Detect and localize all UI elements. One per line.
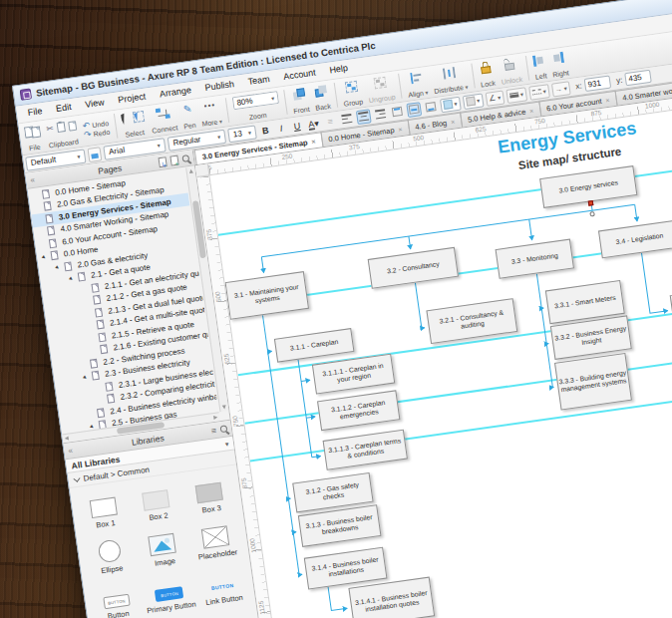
add-child-page-icon[interactable] bbox=[158, 156, 167, 167]
widget-placeholder[interactable]: Placeholder bbox=[186, 512, 246, 565]
bullet-list-button[interactable]: ≡ bbox=[323, 114, 338, 130]
distribute-button[interactable]: Distribute bbox=[428, 62, 472, 96]
line-style-dropdown[interactable] bbox=[528, 84, 550, 101]
page-icon bbox=[93, 295, 101, 305]
font-color-button[interactable]: A▾ bbox=[305, 116, 321, 132]
chevron-down-icon bbox=[73, 474, 80, 481]
expand-triangle-icon[interactable]: ▸ bbox=[39, 251, 50, 262]
front-icon bbox=[292, 88, 305, 101]
send-to-back-button[interactable]: Back bbox=[309, 82, 334, 114]
widget-box2[interactable]: Box 2 bbox=[127, 474, 186, 527]
valign-top-icon bbox=[391, 107, 402, 117]
line-color-dropdown[interactable]: ∠ bbox=[485, 90, 504, 106]
expand-triangle-icon[interactable]: ▸ bbox=[66, 273, 77, 284]
font-size-select[interactable]: 13 bbox=[227, 125, 257, 143]
widget-primary-button[interactable]: BUTTONPrimary Button bbox=[140, 565, 199, 618]
italic-button[interactable]: I bbox=[274, 120, 289, 136]
align-text-right-button[interactable] bbox=[372, 107, 388, 123]
add-page-icon[interactable] bbox=[169, 154, 178, 165]
selection-handle[interactable] bbox=[588, 200, 594, 206]
box3-icon bbox=[195, 482, 223, 503]
search-pages-icon[interactable] bbox=[181, 154, 189, 161]
format-painter-icon[interactable] bbox=[87, 147, 102, 162]
fill-color-dropdown[interactable] bbox=[440, 96, 462, 113]
bold-button[interactable]: B bbox=[258, 123, 273, 139]
search-libraries-icon[interactable] bbox=[219, 425, 227, 433]
more-dots-icon: ••• bbox=[203, 103, 215, 111]
link-button-icon: BUTTON bbox=[210, 579, 234, 594]
align-text-center-button[interactable] bbox=[355, 109, 371, 125]
connect-tool-button[interactable]: Connect bbox=[146, 103, 181, 136]
undo-redo-group: ↶Undo ↷Redo bbox=[79, 113, 115, 146]
redo-icon: ↷ bbox=[84, 130, 93, 139]
fill-swatch-icon bbox=[443, 100, 453, 110]
widget-button[interactable]: BUTTONButton bbox=[87, 573, 147, 618]
align-icon bbox=[410, 72, 422, 84]
valign-middle-button[interactable] bbox=[406, 102, 422, 118]
page-icon bbox=[95, 307, 103, 317]
widget-ellipse[interactable]: Ellipse bbox=[80, 527, 140, 580]
open-file-icon bbox=[31, 127, 41, 139]
widget-box1[interactable]: Box 1 bbox=[74, 482, 134, 535]
page-icon bbox=[42, 189, 50, 199]
close-icon[interactable]: × bbox=[398, 125, 403, 133]
align-center-icon bbox=[358, 112, 369, 122]
page-icon bbox=[78, 272, 86, 282]
close-icon[interactable]: × bbox=[311, 138, 316, 146]
close-icon[interactable]: × bbox=[529, 107, 534, 115]
page-icon bbox=[44, 201, 52, 211]
clipboard-button[interactable]: ✂ Clipboard bbox=[42, 117, 82, 151]
line-width-icon bbox=[509, 92, 519, 98]
arrow-style-dropdown[interactable]: → bbox=[551, 81, 571, 97]
underline-button[interactable]: U bbox=[289, 118, 304, 134]
y-position-input[interactable] bbox=[625, 70, 653, 86]
valign-top-button[interactable] bbox=[389, 104, 405, 120]
image-icon bbox=[149, 533, 177, 556]
axure-window: Sitemap - BG Business - Axure RP 8 Team … bbox=[12, 0, 672, 618]
ungroup-button[interactable]: Ungroup bbox=[363, 72, 400, 105]
expand-triangle-icon[interactable]: ▸ bbox=[80, 372, 91, 383]
close-icon[interactable]: × bbox=[451, 118, 456, 126]
pages-tree: 0.0 Home - Sitemap 2.0 Gas & Electricity… bbox=[28, 168, 219, 435]
libraries-menu-icon[interactable]: ≡ bbox=[210, 425, 217, 436]
font-color-icon: A bbox=[308, 119, 315, 130]
group-button[interactable]: Group bbox=[337, 77, 366, 109]
close-icon[interactable]: × bbox=[605, 96, 610, 104]
left-edge-icon bbox=[532, 54, 544, 66]
valign-bottom-button[interactable] bbox=[423, 99, 439, 115]
primary-button-icon: BUTTON bbox=[155, 586, 183, 602]
redo-button[interactable]: ↷Redo bbox=[84, 128, 111, 140]
opacity-dropdown[interactable] bbox=[462, 93, 484, 110]
page-icon bbox=[107, 394, 115, 404]
page-icon bbox=[100, 345, 108, 355]
sitemap-node-3-3-3[interactable]: 3.3.3 - Building energy management syste… bbox=[554, 353, 632, 411]
expand-triangle-icon[interactable]: ▸ bbox=[52, 262, 63, 273]
widget-image[interactable]: Image bbox=[134, 520, 193, 573]
page-icon bbox=[91, 283, 99, 293]
page-icon bbox=[98, 332, 106, 342]
x-position-input[interactable] bbox=[584, 75, 612, 91]
page-icon bbox=[97, 320, 105, 330]
valign-bottom-icon bbox=[425, 102, 436, 112]
page-icon bbox=[64, 261, 72, 271]
page-icon bbox=[45, 213, 53, 223]
align-button[interactable]: Align bbox=[402, 68, 432, 100]
select-tool-button[interactable]: Select bbox=[117, 108, 150, 141]
more-tools-button[interactable]: ••• More bbox=[195, 97, 225, 129]
paste-icon bbox=[56, 122, 65, 133]
line-angle-icon: ∠ bbox=[488, 94, 496, 104]
line-width-dropdown[interactable] bbox=[505, 87, 527, 104]
unlock-icon bbox=[504, 58, 515, 71]
arrow-style-icon: → bbox=[554, 85, 562, 93]
align-text-left-button[interactable] bbox=[339, 111, 355, 127]
right-edge-icon bbox=[552, 51, 564, 63]
unlock-button[interactable]: Unlock bbox=[495, 54, 525, 87]
align-right-edge-button[interactable]: Right bbox=[546, 48, 572, 80]
widget-link-button[interactable]: BUTTONLink Button bbox=[192, 558, 252, 611]
wood-desk: Sitemap - BG Business - Axure RP 8 Team … bbox=[0, 0, 672, 618]
zoom-select[interactable]: 80% bbox=[232, 91, 279, 110]
design-canvas[interactable]: Energy Services Site map/ structure 3.0 … bbox=[209, 86, 672, 618]
widget-box3[interactable]: Box 3 bbox=[179, 467, 239, 520]
page-icon bbox=[47, 226, 55, 236]
page-icon bbox=[97, 408, 105, 418]
